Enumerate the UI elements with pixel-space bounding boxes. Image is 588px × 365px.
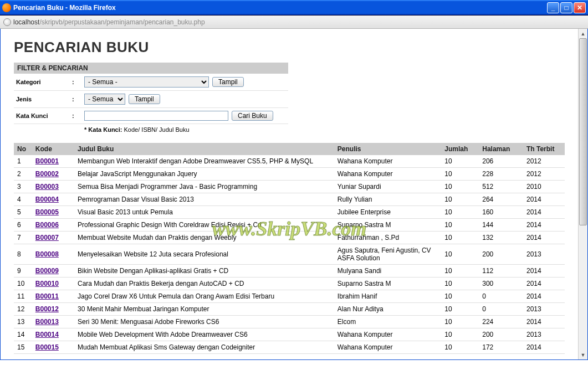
cell-halaman: 200: [479, 244, 523, 265]
cell-penulis: Wahana Komputer: [334, 328, 441, 341]
select-jenis[interactable]: - Semua -: [84, 94, 125, 105]
th-penulis: Penulis: [334, 143, 441, 155]
table-row: 2B00002Belajar JavaScript Menggunakan Jq…: [14, 168, 565, 181]
cell-jumlah: 10: [441, 328, 479, 341]
cell-jumlah: 10: [441, 206, 479, 219]
cell-th: 2010: [523, 181, 565, 193]
label-kategori: Kategori: [14, 79, 72, 85]
cell-no: 5: [14, 206, 32, 219]
cell-th: 2012: [523, 155, 565, 168]
cell-th: 2014: [523, 316, 565, 328]
filter-row-jenis: Jenis : - Semua - Tampil: [14, 91, 288, 108]
cell-halaman: 0: [479, 303, 523, 316]
cell-th: 2013: [523, 328, 565, 341]
book-code-link[interactable]: B00010: [35, 280, 59, 287]
window-maximize-button[interactable]: □: [560, 2, 572, 13]
cell-judul: Professional Graphic Design With Coreldr…: [74, 219, 334, 232]
th-halaman: Halaman: [479, 143, 523, 155]
cell-halaman: 264: [479, 193, 523, 206]
select-kategori[interactable]: - Semua -: [84, 76, 209, 88]
vertical-scrollbar[interactable]: ▲ ▼: [578, 29, 587, 359]
filter-panel: FILTER & PENCARIAN Kategori : - Semua - …: [14, 63, 288, 135]
cell-judul: Mudah Membuat Aplikasi Sms Gateway denga…: [74, 341, 334, 354]
cell-jumlah: 10: [441, 265, 479, 277]
table-row: 8B00008Menyelesaikan Website 12 Juta sec…: [14, 244, 565, 265]
filter-row-kategori: Kategori : - Semua - Tampil: [14, 74, 288, 91]
scroll-thumb[interactable]: [579, 38, 587, 225]
cell-judul: Bikin Website Dengan Aplikasi-aplikasi G…: [74, 265, 334, 277]
table-row: 12B0001230 Menit Mahir Membuat Jaringan …: [14, 303, 565, 316]
cell-jumlah: 10: [441, 155, 479, 168]
cell-th: 2014: [523, 193, 565, 206]
book-code-link[interactable]: B00002: [35, 170, 59, 178]
cell-th: 2014: [523, 290, 565, 303]
cell-th: 2014: [523, 232, 565, 244]
th-kode: Kode: [32, 143, 74, 155]
cell-penulis: Rully Yulian: [334, 193, 441, 206]
filter-header: FILTER & PENCARIAN: [14, 63, 288, 74]
hint-row: * Kata Kunci: Kode/ ISBN/ Judul Buku: [14, 124, 288, 135]
cell-no: 2: [14, 168, 32, 181]
cell-penulis: Ibrahim Hanif: [334, 290, 441, 303]
scroll-up-icon[interactable]: ▲: [579, 29, 588, 38]
cell-no: 1: [14, 155, 32, 168]
book-code-link[interactable]: B00014: [35, 331, 59, 338]
cell-halaman: 228: [479, 168, 523, 181]
cell-judul: Seri 30 Menit: Menguasai Adobe Fireworks…: [74, 316, 334, 328]
window-minimize-button[interactable]: _: [547, 2, 559, 13]
cell-judul: Membangun Web Interaktif dengan Adobe Dr…: [74, 155, 334, 168]
book-code-link[interactable]: B00009: [35, 267, 59, 275]
search-input[interactable]: [84, 111, 228, 121]
cell-no: 7: [14, 232, 32, 244]
globe-icon: [3, 18, 11, 26]
book-code-link[interactable]: B00006: [35, 221, 59, 229]
book-code-link[interactable]: B00001: [35, 157, 59, 165]
tampil-jenis-button[interactable]: Tampil: [129, 94, 160, 104]
table-row: 4B00004Pemrograman Dasar Visual Basic 20…: [14, 193, 565, 206]
scroll-down-icon[interactable]: ▼: [579, 350, 588, 359]
book-code-link[interactable]: B00012: [35, 305, 59, 313]
book-code-link[interactable]: B00005: [35, 208, 59, 216]
cell-penulis: Suparno Sastra M: [334, 277, 441, 290]
cell-judul: 30 Menit Mahir Membuat Jaringan Komputer: [74, 303, 334, 316]
cell-penulis: Mulyana Sandi: [334, 265, 441, 277]
book-code-link[interactable]: B00013: [35, 318, 59, 326]
cell-jumlah: 10: [441, 244, 479, 265]
cell-halaman: 160: [479, 206, 523, 219]
cell-jumlah: 10: [441, 277, 479, 290]
cell-no: 4: [14, 193, 32, 206]
window-titlebar: Pencarian Buku - Mozilla Firefox _ □ ✕: [0, 0, 588, 16]
book-code-link[interactable]: B00004: [35, 196, 59, 203]
cell-halaman: 200: [479, 328, 523, 341]
cell-judul: Visual Basic 2013 untuk Pemula: [74, 206, 334, 219]
cari-buku-button[interactable]: Cari Buku: [232, 111, 273, 121]
cell-jumlah: 10: [441, 168, 479, 181]
window-close-button[interactable]: ✕: [574, 2, 586, 13]
cell-th: 2012: [523, 168, 565, 181]
cell-judul: Menyelesaikan Website 12 Juta secara Pro…: [74, 244, 334, 265]
cell-th: 2014: [523, 277, 565, 290]
page-title: PENCARIAN BUKU: [14, 39, 565, 56]
cell-halaman: 0: [479, 290, 523, 303]
cell-halaman: 144: [479, 219, 523, 232]
cell-halaman: 224: [479, 316, 523, 328]
scroll-track[interactable]: [579, 38, 587, 350]
cell-jumlah: 10: [441, 193, 479, 206]
table-row: 6B00006Professional Graphic Design With …: [14, 219, 565, 232]
book-code-link[interactable]: B00008: [35, 250, 59, 258]
url-path: /skripvb/perpustakaan/peminjaman/pencari…: [39, 18, 204, 26]
book-code-link[interactable]: B00007: [35, 234, 59, 241]
table-row: 10B00010Cara Mudah dan Praktis Bekerja d…: [14, 277, 565, 290]
cell-jumlah: 10: [441, 290, 479, 303]
cell-no: 6: [14, 219, 32, 232]
url-bar[interactable]: localhost/skripvb/perpustakaan/peminjama…: [0, 16, 588, 29]
cell-no: 3: [14, 181, 32, 193]
book-code-link[interactable]: B00003: [35, 183, 59, 191]
tampil-kategori-button[interactable]: Tampil: [212, 77, 244, 87]
book-code-link[interactable]: B00011: [35, 292, 59, 300]
book-code-link[interactable]: B00015: [35, 343, 59, 351]
firefox-icon: [2, 3, 11, 12]
cell-penulis: Fathurrahman , S.Pd: [334, 232, 441, 244]
label-jenis: Jenis: [14, 96, 72, 102]
cell-penulis: Yuniar Supardi: [334, 181, 441, 193]
